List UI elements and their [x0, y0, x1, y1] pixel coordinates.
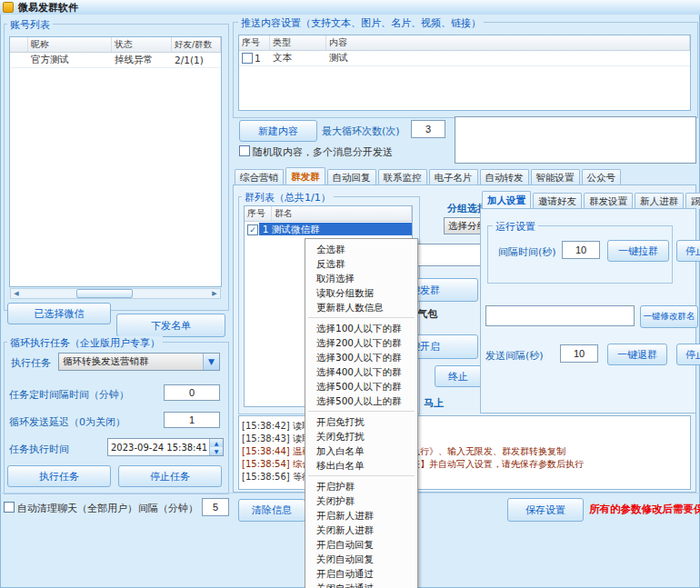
stop-task-button[interactable]: 停止任务 — [118, 465, 222, 487]
tab-ecard[interactable]: 电子名片 — [429, 169, 478, 185]
settings-warning-text: 所有的参数修改后需要保存生效 — [589, 503, 700, 516]
tab-newcomer[interactable]: 新人进群 — [635, 193, 684, 209]
task-timer-input[interactable] — [164, 384, 220, 401]
content-table[interactable]: 序号 类型 内容 1 文本 测试 — [238, 35, 691, 111]
task-time-picker[interactable]: 2023-09-24 15:38:41 ▲▼ — [107, 438, 224, 456]
table-row[interactable]: 1 文本 测试 — [239, 51, 690, 66]
group-col-name[interactable]: 群名 — [272, 206, 412, 221]
accounts-hscrollbar[interactable]: ◀ ▶ — [10, 288, 221, 299]
title-bar: 微易发群软件 — [0, 0, 700, 15]
scroll-thumb[interactable] — [76, 289, 133, 298]
content-col-type[interactable]: 类型 — [270, 35, 326, 50]
spin-up-icon[interactable]: ▲ — [210, 439, 223, 447]
accounts-col-counts[interactable]: 好友/群数 — [172, 37, 221, 52]
table-row[interactable]: ✓ 1 测试微信群 — [245, 222, 412, 236]
tab-group-send-settings[interactable]: 群发设置 — [584, 193, 633, 209]
context-menu-item[interactable]: 开启护群 — [305, 479, 417, 493]
chevron-down-icon[interactable]: ▼ — [203, 354, 219, 370]
send-list-button[interactable]: 下发名单 — [116, 314, 225, 337]
context-menu-item[interactable]: 关闭自动通过 — [305, 581, 417, 588]
scroll-left-icon[interactable]: ◀ — [11, 289, 22, 298]
group-table-header: 序号 群名 — [245, 206, 412, 222]
pull-stop-button[interactable]: 停止 — [676, 240, 700, 262]
context-menu-item[interactable]: 选择500人以下的群 — [305, 379, 417, 394]
rename-input[interactable] — [485, 305, 635, 326]
content-row-no: 1 — [255, 53, 261, 64]
context-menu-item[interactable]: 反选群 — [305, 256, 417, 271]
pull-interval-label: 间隔时间(秒) — [498, 245, 556, 259]
context-menu-item[interactable]: 关闭自动回复 — [305, 552, 417, 566]
selected-wechat-button[interactable]: 已选择微信 — [7, 303, 111, 324]
context-menu-item[interactable]: 选择400人以下的群 — [305, 364, 417, 379]
auto-clean-interval-input[interactable] — [202, 498, 229, 516]
context-menu-item[interactable]: 选择100人以下的群 — [305, 321, 417, 335]
context-menu-item[interactable]: 开启新人进群 — [305, 508, 417, 523]
content-row-type: 文本 — [270, 52, 326, 65]
account-status: 掉线异常 — [112, 54, 172, 66]
invite-tab-strip: 加人设置 邀请好友 群发设置 新人进群 踢人 — [482, 191, 700, 209]
group-row-name: 测试微信群 — [272, 223, 320, 235]
window-title: 微易发群软件 — [18, 1, 78, 15]
tab-qunfaqun[interactable]: 群发群 — [285, 167, 325, 185]
context-menu-item[interactable]: 更新群人数信息 — [305, 300, 417, 314]
tab-add-people-settings[interactable]: 加人设置 — [482, 191, 531, 209]
content-title: 推送内容设置（支持文本、图片、名片、视频、链接） — [238, 16, 484, 30]
rename-group-button[interactable]: 一键修改群名 — [640, 305, 698, 328]
task-time-label: 任务执行时间 — [9, 443, 69, 456]
context-menu-item[interactable]: 取消选择 — [305, 271, 417, 285]
accounts-table[interactable]: 昵称 状态 好友/群数 官方测试 掉线异常 2/1(1) — [9, 36, 222, 287]
spin-down-icon[interactable]: ▼ — [210, 447, 223, 455]
run-task-button[interactable]: 执行任务 — [7, 465, 111, 487]
quit-interval-label: 发送间隔(秒) — [485, 349, 544, 363]
context-menu-item[interactable]: 选择500人以上的群 — [305, 394, 417, 408]
context-menu-item[interactable]: 关闭新人进群 — [305, 523, 417, 537]
tab-kick[interactable]: 踢人 — [685, 193, 700, 209]
auto-clean-checkbox[interactable] — [4, 502, 15, 515]
context-menu-item[interactable]: 选择300人以下的群 — [305, 350, 417, 364]
tab-invite-friends[interactable]: 邀请好友 — [533, 193, 582, 209]
menu-separator — [308, 317, 415, 318]
tab-auto-forward[interactable]: 自动转发 — [480, 169, 529, 185]
clear-log-button[interactable]: 清除信息 — [238, 499, 305, 522]
loop-count-input[interactable] — [411, 120, 445, 138]
tab-official-account[interactable]: 公众号 — [582, 169, 622, 185]
time-spinner[interactable]: ▲▼ — [209, 439, 223, 455]
tab-monitor[interactable]: 联系监控 — [378, 169, 427, 185]
quit-group-button[interactable]: 一键退群 — [607, 344, 667, 365]
context-menu-item[interactable]: 选择200人以下的群 — [305, 335, 417, 350]
group-row-selection[interactable]: 1 测试微信群 — [259, 223, 412, 235]
tab-zonghe-yingxiao[interactable]: 综合营销 — [235, 169, 284, 185]
accounts-col-nickname[interactable]: 昵称 — [28, 37, 112, 52]
pull-interval-input[interactable] — [562, 241, 600, 259]
context-menu-item[interactable]: 加入白名单 — [305, 443, 417, 458]
random-content-checkbox[interactable] — [239, 145, 250, 159]
scroll-right-icon[interactable]: ▶ — [209, 289, 220, 298]
context-menu-item[interactable]: 移出白名单 — [305, 458, 417, 473]
group-col-no[interactable]: 序号 — [245, 206, 272, 221]
content-preview-box[interactable] — [455, 116, 696, 164]
context-menu-item[interactable]: 开启免打扰 — [305, 414, 417, 429]
save-settings-button[interactable]: 保存设置 — [507, 498, 584, 522]
task-title: 循环执行任务（企业版用户专享） — [7, 336, 163, 350]
content-col-no[interactable]: 序号 — [239, 35, 270, 50]
new-content-button[interactable]: 新建内容 — [239, 120, 317, 142]
content-col-content[interactable]: 内容 — [326, 35, 690, 50]
quick-stop-button[interactable]: 终止 — [435, 365, 482, 387]
context-menu-item[interactable]: 关闭免打扰 — [305, 429, 417, 443]
context-menu-item[interactable]: 关闭护群 — [305, 493, 417, 508]
tab-auto-reply[interactable]: 自动回复 — [327, 169, 376, 185]
context-menu-item[interactable]: 全选群 — [305, 242, 417, 256]
table-row[interactable]: 官方测试 掉线异常 2/1(1) — [10, 53, 221, 68]
accounts-col-status[interactable]: 状态 — [112, 37, 172, 52]
group-row-checkbox[interactable]: ✓ — [245, 224, 259, 235]
quit-interval-input[interactable] — [560, 344, 598, 363]
quit-stop-button[interactable]: 停止 — [676, 344, 700, 365]
pull-group-button[interactable]: 一键拉群 — [607, 240, 669, 262]
context-menu-item[interactable]: 开启自动通过 — [305, 566, 417, 581]
context-menu-item[interactable]: 读取分组数据 — [305, 285, 417, 300]
tab-smart-settings[interactable]: 智能设置 — [531, 169, 580, 185]
task-loop-input[interactable] — [164, 412, 220, 428]
task-select-combo[interactable]: 循环转换发送营销群 ▼ — [58, 353, 220, 371]
content-row-select[interactable]: 1 — [239, 53, 270, 64]
context-menu-item[interactable]: 开启自动回复 — [305, 537, 417, 552]
